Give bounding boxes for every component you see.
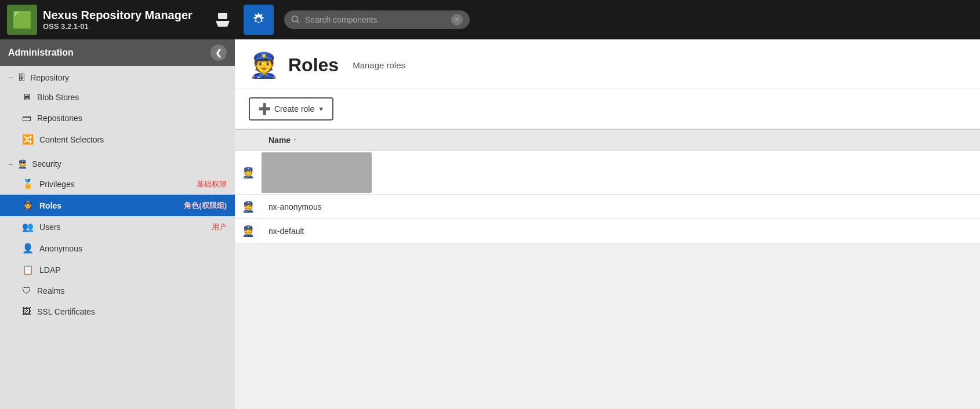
dash-icon: − [8, 73, 13, 82]
blob-stores-label: Blob Stores [37, 93, 227, 102]
repositories-icon: 🗃 [22, 113, 31, 123]
sidebar-title: Administration [8, 48, 74, 58]
toolbar: ➕ Create role ▼ [235, 89, 980, 129]
repositories-label: Repositories [37, 114, 227, 123]
users-icon: 👥 [22, 221, 34, 232]
privileges-label: Privileges [39, 180, 188, 189]
row-role-icon: 👮 [242, 225, 255, 238]
table-row[interactable]: 👮 nx-default [235, 219, 980, 243]
sidebar-group-security[interactable]: − 👮 Security [0, 155, 235, 173]
sidebar-section-repository: − 🗄 Repository 🖥 Blob Stores 🗃 Repositor… [0, 66, 235, 152]
create-role-label: Create role [274, 104, 314, 114]
privileges-annotation: 基础权限 [197, 179, 227, 189]
svg-marker-1 [216, 21, 230, 27]
search-input[interactable] [305, 15, 447, 24]
table-header-name[interactable]: Name ↑ [262, 130, 980, 151]
roles-table-area: Name ↑ 👮 👮 nx-anonymous [235, 129, 980, 409]
svg-point-4 [292, 16, 297, 22]
sidebar-collapse-button[interactable]: ❮ [210, 45, 227, 61]
plus-icon: ➕ [258, 103, 271, 115]
privileges-icon: 🏅 [22, 178, 34, 189]
sidebar-item-roles[interactable]: 👮 Roles 角色(权限组) [0, 195, 235, 216]
sidebar-item-privileges[interactable]: 🏅 Privileges 基础权限 [0, 173, 235, 195]
ssl-certificates-icon: 🖼 [22, 306, 31, 317]
realms-label: Realms [37, 286, 227, 295]
app-header: 🟩 Nexus Repository Manager OSS 3.2.1-01 … [0, 0, 980, 39]
create-role-button[interactable]: ➕ Create role ▼ [249, 97, 333, 120]
sidebar-item-ssl-certificates[interactable]: 🖼 SSL Certificates [0, 301, 235, 322]
ldap-label: LDAP [39, 265, 227, 275]
table-header-select [235, 134, 262, 146]
ldap-icon: 📋 [22, 264, 34, 275]
sidebar-item-content-selectors[interactable]: 🔀 Content Selectors [0, 129, 235, 150]
users-label: Users [39, 222, 204, 232]
sidebar-item-anonymous[interactable]: 👤 Anonymous [0, 238, 235, 259]
sort-icon: ↑ [293, 136, 296, 144]
sidebar-section-security: − 👮 Security 🏅 Privileges 基础权限 👮 Roles 角… [0, 152, 235, 324]
table-row[interactable]: 👮 nx-anonymous [235, 195, 980, 219]
svg-line-5 [297, 21, 299, 24]
users-annotation: 用户 [212, 222, 227, 232]
page-title: Roles [288, 54, 339, 76]
security-group-icon: 👮 [17, 159, 27, 169]
page-subtitle: Manage roles [353, 60, 405, 70]
page-icon: 👮 [249, 51, 279, 79]
sidebar-item-repositories[interactable]: 🗃 Repositories [0, 108, 235, 129]
admin-button[interactable] [244, 5, 274, 35]
realms-icon: 🛡 [22, 286, 31, 296]
table-row[interactable]: 👮 [235, 151, 980, 195]
name-column-label: Name [268, 136, 291, 145]
roles-table: Name ↑ 👮 👮 nx-anonymous [235, 129, 980, 243]
app-logo: 🟩 [7, 5, 37, 35]
roles-label: Roles [39, 201, 176, 210]
browse-button[interactable] [208, 5, 238, 35]
main-content: 👮 Roles Manage roles ➕ Create role ▼ Nam… [235, 39, 980, 409]
app-version: OSS 3.2.1-01 [43, 22, 193, 31]
repository-group-label: Repository [30, 73, 69, 82]
content-selectors-label: Content Selectors [39, 135, 227, 144]
dropdown-arrow-icon: ▼ [318, 105, 324, 112]
sidebar-item-ldap[interactable]: 📋 LDAP [0, 259, 235, 280]
collapse-icon: ❮ [215, 48, 222, 57]
sidebar-item-realms[interactable]: 🛡 Realms [0, 280, 235, 301]
sidebar: Administration ❮ − 🗄 Repository 🖥 Blob S… [0, 39, 235, 409]
svg-rect-0 [218, 13, 227, 19]
app-name: Nexus Repository Manager [43, 9, 193, 22]
role-name-default: nx-default [262, 222, 980, 240]
search-icon [291, 15, 300, 24]
anonymous-label: Anonymous [39, 244, 227, 253]
security-group-label: Security [32, 159, 61, 169]
roles-annotation: 角色(权限组) [184, 200, 227, 211]
anonymous-icon: 👤 [22, 243, 34, 254]
dash-icon-2: − [8, 159, 13, 169]
content-selectors-icon: 🔀 [22, 134, 34, 145]
roles-icon: 👮 [22, 200, 34, 211]
app-title-block: Nexus Repository Manager OSS 3.2.1-01 [43, 9, 193, 31]
blurred-name [262, 152, 372, 193]
table-header: Name ↑ [235, 129, 980, 151]
row-icon-cell: 👮 [235, 196, 262, 218]
sidebar-header: Administration ❮ [0, 39, 235, 66]
search-clear-button[interactable]: ✕ [451, 14, 463, 25]
sidebar-group-repository[interactable]: − 🗄 Repository [0, 68, 235, 87]
role-name-anonymous: nx-anonymous [262, 198, 980, 216]
blob-stores-icon: 🖥 [22, 92, 31, 103]
main-layout: Administration ❮ − 🗄 Repository 🖥 Blob S… [0, 39, 980, 409]
page-header: 👮 Roles Manage roles [235, 39, 980, 89]
row-icon-cell: 👮 [235, 220, 262, 242]
row-role-icon: 👮 [242, 200, 255, 213]
row-icon: 👮 [235, 166, 262, 179]
search-bar: ✕ [284, 10, 470, 29]
sidebar-item-blob-stores[interactable]: 🖥 Blob Stores [0, 87, 235, 108]
sidebar-item-users[interactable]: 👥 Users 用户 [0, 216, 235, 238]
repository-group-icon: 🗄 [17, 73, 26, 82]
svg-point-3 [256, 17, 261, 22]
ssl-certificates-label: SSL Certificates [37, 307, 227, 316]
